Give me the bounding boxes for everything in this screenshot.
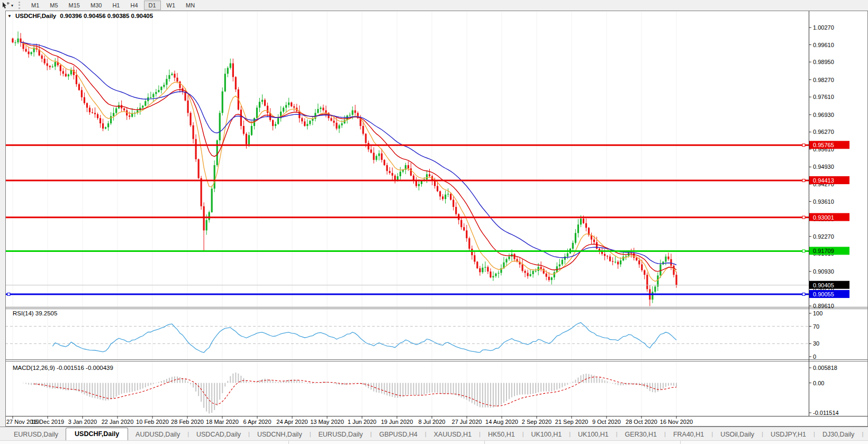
svg-text:0.94413: 0.94413 xyxy=(813,177,834,184)
footer-divider xyxy=(288,441,289,444)
svg-text:18 Mar 2020: 18 Mar 2020 xyxy=(206,419,239,425)
tab-usdcad-daily[interactable]: USDCAD,Daily xyxy=(189,429,248,441)
chart-symbol-header: ▼ USDCHF,Daily 0.90396 0.90456 0.90385 0… xyxy=(7,13,153,19)
svg-text:0: 0 xyxy=(813,354,816,360)
crosshair-tool-icon[interactable] xyxy=(2,2,10,9)
tab-usdjpy-h1[interactable]: USDJPY,H1 xyxy=(763,429,813,441)
svg-text:0.91709: 0.91709 xyxy=(813,248,834,254)
svg-text:30: 30 xyxy=(813,340,819,347)
grid-lines xyxy=(13,12,676,416)
tool-dropdown-icon[interactable]: ▾ xyxy=(11,3,13,8)
toolbar-grip-handle[interactable] xyxy=(19,2,22,9)
trading-terminal-window: ▾ M1M5M15M30H1H4D1W1MN 1.002700.996100.9… xyxy=(0,0,868,444)
svg-text:-0.011514: -0.011514 xyxy=(813,410,839,416)
footer-divider xyxy=(680,441,681,444)
svg-text:0.98270: 0.98270 xyxy=(813,77,834,83)
svg-text:0.005818: 0.005818 xyxy=(813,365,837,371)
svg-text:13 May 2020: 13 May 2020 xyxy=(310,419,344,425)
svg-text:0.89610: 0.89610 xyxy=(813,303,834,309)
timeframe-button-h1[interactable]: H1 xyxy=(107,1,124,10)
footer-divider xyxy=(484,441,485,444)
tab-fra40-h1[interactable]: FRA40,H1 xyxy=(666,429,711,441)
svg-text:0.93001: 0.93001 xyxy=(813,214,834,221)
svg-text:0.93610: 0.93610 xyxy=(813,198,834,205)
tab-audusd-daily[interactable]: AUDUSD,Daily xyxy=(128,429,187,441)
svg-text:16 Dec 2019: 16 Dec 2019 xyxy=(31,419,64,425)
rsi-pane xyxy=(5,323,809,353)
tab-usoil-daily[interactable]: USOil,Daily xyxy=(713,429,762,441)
svg-text:0.97610: 0.97610 xyxy=(813,94,834,100)
svg-text:0.90055: 0.90055 xyxy=(813,291,834,297)
svg-text:10 Feb 2020: 10 Feb 2020 xyxy=(136,419,169,425)
chart-canvas[interactable]: 1.002700.996100.989500.982700.976100.969… xyxy=(5,11,868,427)
candlestick-series xyxy=(12,31,677,306)
svg-text:27 Jul 2020: 27 Jul 2020 xyxy=(452,419,482,425)
rsi-indicator-label: RSI(14) 39.2505 xyxy=(13,310,57,316)
tab-hk50-h1[interactable]: HK50,H1 xyxy=(481,429,522,441)
tab-eurusd-daily[interactable]: EURUSD,Daily xyxy=(311,429,370,441)
svg-text:16 Nov 2020: 16 Nov 2020 xyxy=(660,419,693,425)
svg-text:0.94930: 0.94930 xyxy=(813,164,834,170)
top-toolbar: ▾ M1M5M15M30H1H4D1W1MN xyxy=(0,0,868,11)
tab-gbpusd-h4[interactable]: GBPUSD,H4 xyxy=(372,429,424,441)
macd-pane xyxy=(23,373,677,413)
svg-text:9 Oct 2020: 9 Oct 2020 xyxy=(592,419,621,425)
tab-bar-footer xyxy=(0,440,868,444)
timeframe-button-mn[interactable]: MN xyxy=(181,1,200,10)
svg-text:0.90930: 0.90930 xyxy=(813,268,834,275)
timeframe-button-m1[interactable]: M1 xyxy=(26,1,44,10)
svg-text:0.90405: 0.90405 xyxy=(813,282,834,288)
tab-xauusd-h1[interactable]: XAUUSD,H1 xyxy=(427,429,480,441)
svg-text:0.98950: 0.98950 xyxy=(813,59,834,65)
svg-text:14 Aug 2020: 14 Aug 2020 xyxy=(485,419,518,425)
tab-usdchf-daily[interactable]: USDCHF,Daily xyxy=(66,428,128,441)
svg-text:28 Oct 2020: 28 Oct 2020 xyxy=(626,419,657,425)
timeframe-button-m15[interactable]: M15 xyxy=(64,1,85,10)
svg-text:70: 70 xyxy=(813,323,819,330)
svg-text:6 Apr 2020: 6 Apr 2020 xyxy=(243,419,271,425)
pane-borders xyxy=(5,11,868,427)
svg-text:21 Sep 2020: 21 Sep 2020 xyxy=(555,419,588,425)
collapse-ohlc-icon[interactable]: ▼ xyxy=(7,14,12,19)
chart-tab-strip: EURUSD,DailyUSDCHF,DailyAUDUSD,Daily|USD… xyxy=(0,427,868,441)
chart-ohlc-values: 0.90396 0.90456 0.90385 0.90405 xyxy=(60,13,153,19)
svg-text:28 Feb 2020: 28 Feb 2020 xyxy=(171,419,204,425)
chart-window: 1.002700.996100.989500.982700.976100.969… xyxy=(5,11,868,427)
svg-text:0.96930: 0.96930 xyxy=(813,112,834,118)
moving-average-lines xyxy=(21,42,676,282)
svg-text:100: 100 xyxy=(813,310,822,316)
svg-text:0.00: 0.00 xyxy=(813,380,824,386)
tab-uk100-h1[interactable]: UK100,H1 xyxy=(524,429,569,441)
svg-text:3 Jan 2020: 3 Jan 2020 xyxy=(68,419,97,425)
tab-uk100-h1[interactable]: UK100,H1 xyxy=(571,429,616,441)
svg-text:0.99610: 0.99610 xyxy=(813,42,834,48)
timeframe-button-w1[interactable]: W1 xyxy=(162,1,180,10)
tab-ger30-h1[interactable]: GER30,H1 xyxy=(618,429,664,441)
svg-text:2 Sep 2020: 2 Sep 2020 xyxy=(522,419,551,425)
timeframe-button-h4[interactable]: H4 xyxy=(125,1,142,10)
chart-symbol-label: USDCHF,Daily xyxy=(15,13,56,19)
svg-text:0.92270: 0.92270 xyxy=(813,233,834,240)
rsi-line xyxy=(52,323,676,353)
timeframe-button-d1[interactable]: D1 xyxy=(144,1,161,10)
tab-dj30-daily[interactable]: DJ30,Daily xyxy=(815,429,862,441)
svg-text:24 Apr 2020: 24 Apr 2020 xyxy=(276,419,308,425)
ma-fast-line xyxy=(21,42,676,282)
svg-text:0.95765: 0.95765 xyxy=(813,142,834,148)
svg-text:8 Jul 2020: 8 Jul 2020 xyxy=(419,419,446,425)
timeframe-button-m30[interactable]: M30 xyxy=(86,1,106,10)
macd-indicator-label: MACD(12,26,9) -0.001516 -0.000439 xyxy=(13,365,113,371)
svg-text:19 Jun 2020: 19 Jun 2020 xyxy=(381,419,413,425)
timeframe-button-m5[interactable]: M5 xyxy=(45,1,62,10)
svg-text:1.00270: 1.00270 xyxy=(813,24,834,31)
tab-usdcnh-daily[interactable]: USDCNH,Daily xyxy=(250,429,310,441)
date-axis[interactable]: 27 Nov 201916 Dec 20193 Jan 202022 Jan 2… xyxy=(6,416,693,425)
tab-eurusd-daily[interactable]: EURUSD,Daily xyxy=(6,429,66,441)
svg-text:22 Jan 2020: 22 Jan 2020 xyxy=(102,419,134,425)
macd-signal-line xyxy=(34,377,676,406)
timeframe-toolbar: M1M5M15M30H1H4D1W1MN xyxy=(26,0,200,11)
svg-text:1 Jun 2020: 1 Jun 2020 xyxy=(348,419,376,425)
svg-text:0.96270: 0.96270 xyxy=(813,129,834,135)
horizontal-lines[interactable] xyxy=(5,144,809,296)
tab-china300-h1[interactable]: CHINA300,H1 xyxy=(863,429,868,441)
